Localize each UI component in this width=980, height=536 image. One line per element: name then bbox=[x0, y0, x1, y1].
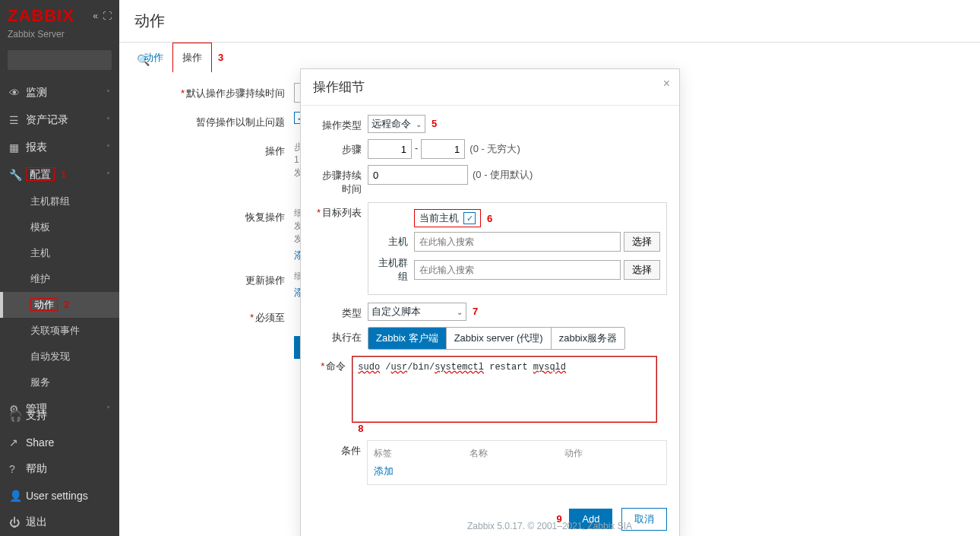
step-dur-label: 步骤持续时间 bbox=[313, 165, 368, 196]
server-name: Zabbix Server bbox=[0, 29, 119, 46]
current-host-checkbox[interactable]: ✓ bbox=[463, 212, 476, 224]
modal-title: 操作细节 × bbox=[301, 69, 679, 106]
footer: Zabbix 5.0.17. © 2001–2021, Zabbix SIA bbox=[119, 521, 980, 531]
operations-label: 操作 bbox=[134, 141, 294, 158]
cond-add-link[interactable]: 添加 bbox=[374, 465, 660, 478]
step-from-input[interactable] bbox=[368, 139, 412, 159]
must-label: *必须至 bbox=[134, 307, 294, 325]
power-icon: ⏻ bbox=[9, 516, 26, 528]
hostgroup-search-input[interactable] bbox=[414, 260, 621, 280]
page-title: 动作 bbox=[119, 0, 980, 42]
sub-templates[interactable]: 模板 bbox=[0, 214, 119, 240]
hostgroup-label: 主机群组 bbox=[375, 256, 414, 284]
sub-correlation[interactable]: 关联项事件 bbox=[0, 318, 119, 344]
condition-box: 标签 名称 动作 添加 bbox=[367, 440, 667, 485]
share-icon: ↗ bbox=[9, 436, 26, 449]
collapse-icon[interactable]: « bbox=[93, 11, 98, 21]
logo[interactable]: ZABBIX bbox=[8, 6, 93, 26]
annotation-8: 8 bbox=[358, 423, 363, 434]
wrench-icon: 🔧 bbox=[9, 169, 26, 181]
sub-hostgroups[interactable]: 主机群组 bbox=[0, 189, 119, 214]
annotation-7: 7 bbox=[473, 306, 478, 317]
logo-row: ZABBIX « ⛶ bbox=[0, 0, 119, 29]
tabs: 动作 操作 3 bbox=[119, 42, 980, 72]
restore-ops-label: 恢复操作 bbox=[134, 207, 294, 224]
nav-user-settings[interactable]: 👤User settings bbox=[0, 483, 119, 509]
cmd-textarea[interactable]: sudo /usr/bin/systemctl restart mysqld bbox=[352, 357, 656, 422]
chevron-up-icon: ˄ bbox=[106, 171, 110, 179]
chevron-down-icon: ˅ bbox=[106, 116, 110, 125]
tab-action[interactable]: 动作 bbox=[134, 43, 172, 72]
step-dur-hint: (0 - 使用默认) bbox=[468, 165, 533, 182]
seg-agent[interactable]: Zabbix 客户端 bbox=[368, 328, 446, 349]
host-select-button[interactable]: 选择 bbox=[624, 232, 660, 252]
footer-link[interactable]: Zabbix SIA bbox=[587, 521, 632, 531]
seg-proxy[interactable]: Zabbix server (代理) bbox=[446, 328, 551, 349]
step-to-input[interactable] bbox=[421, 139, 465, 159]
sub-discovery[interactable]: 自动发现 bbox=[0, 344, 119, 369]
annotation-3: 3 bbox=[218, 52, 223, 63]
chart-icon: ▦ bbox=[9, 141, 26, 154]
eye-icon: 👁 bbox=[9, 87, 26, 99]
annotation-6: 6 bbox=[487, 213, 492, 224]
target-label: *目标列表 bbox=[313, 202, 368, 220]
seg-server[interactable]: zabbix服务器 bbox=[551, 328, 625, 349]
cond-h1: 标签 bbox=[374, 447, 469, 460]
chevron-down-icon: ⌄ bbox=[452, 308, 463, 316]
exec-label: 执行在 bbox=[313, 327, 368, 344]
sub-maintenance[interactable]: 维护 bbox=[0, 266, 119, 292]
cond-h3: 动作 bbox=[564, 447, 660, 460]
hostgroup-select-button[interactable]: 选择 bbox=[624, 260, 660, 280]
host-search-input[interactable] bbox=[414, 232, 621, 252]
default-step-label: *默认操作步骤持续时间 bbox=[134, 83, 294, 100]
host-label: 主机 bbox=[375, 235, 414, 249]
type-label: 类型 bbox=[313, 303, 368, 320]
nav-share[interactable]: ↗Share bbox=[0, 430, 119, 455]
nav: 👁监测˅ ☰资产记录˅ ▦报表˅ 🔧配置1˄ 主机群组 模板 主机 维护 动作2… bbox=[0, 79, 119, 423]
op-type-label: 操作类型 bbox=[313, 115, 368, 132]
search-box[interactable]: 🔍 bbox=[8, 50, 112, 70]
config-submenu: 主机群组 模板 主机 维护 动作2 关联项事件 自动发现 服务 bbox=[0, 189, 119, 395]
cond-label: 条件 bbox=[313, 440, 367, 458]
sub-hosts[interactable]: 主机 bbox=[0, 240, 119, 266]
nav-config[interactable]: 🔧配置1˄ bbox=[0, 161, 119, 189]
tab-operation[interactable]: 操作 bbox=[172, 43, 212, 72]
fullscreen-icon[interactable]: ⛶ bbox=[103, 11, 112, 21]
target-list: 当前主机 ✓ 6 主机 选择 主机群组 选择 bbox=[368, 202, 667, 295]
user-icon: 👤 bbox=[9, 490, 26, 502]
close-icon[interactable]: × bbox=[663, 77, 670, 90]
update-ops-label: 更新操作 bbox=[134, 270, 294, 287]
nav-assets[interactable]: ☰资产记录˅ bbox=[0, 106, 119, 134]
sidebar: ZABBIX « ⛶ Zabbix Server 🔍 👁监测˅ ☰资产记录˅ ▦… bbox=[0, 0, 119, 536]
cond-h2: 名称 bbox=[469, 447, 565, 460]
chevron-down-icon: ⌄ bbox=[411, 120, 422, 128]
nav-help[interactable]: ?帮助 bbox=[0, 455, 119, 483]
help-icon: ? bbox=[9, 463, 26, 475]
step-hint: (0 - 无穷大) bbox=[465, 139, 520, 156]
step-dur-input[interactable] bbox=[368, 165, 468, 185]
pause-label: 暂停操作以制止问题 bbox=[134, 112, 294, 129]
annotation-5: 5 bbox=[432, 118, 437, 129]
sub-actions[interactable]: 动作2 bbox=[0, 292, 119, 318]
cmd-label: *命令 bbox=[313, 356, 352, 373]
operation-detail-modal: 操作细节 × 操作类型 远程命令⌄ 5 步骤 - (0 - 无穷大) 步骤持续时… bbox=[300, 68, 680, 536]
bottom-nav: 🎧支持 ↗Share ?帮助 👤User settings ⏻退出 bbox=[0, 402, 119, 536]
search-input[interactable] bbox=[8, 55, 131, 65]
chevron-down-icon: ˅ bbox=[106, 144, 110, 152]
nav-logout[interactable]: ⏻退出 bbox=[0, 509, 119, 536]
step-label: 步骤 bbox=[313, 139, 368, 157]
headset-icon: 🎧 bbox=[9, 410, 26, 422]
type-select[interactable]: 自定义脚本⌄ bbox=[368, 303, 466, 321]
nav-support[interactable]: 🎧支持 bbox=[0, 402, 119, 430]
chevron-down-icon: ˅ bbox=[106, 89, 110, 97]
op-type-select[interactable]: 远程命令⌄ bbox=[368, 115, 425, 133]
exec-segment: Zabbix 客户端 Zabbix server (代理) zabbix服务器 bbox=[368, 327, 625, 350]
current-host-check[interactable]: 当前主机 ✓ bbox=[414, 209, 481, 227]
sub-services[interactable]: 服务 bbox=[0, 369, 119, 395]
nav-monitor[interactable]: 👁监测˅ bbox=[0, 79, 119, 106]
list-icon: ☰ bbox=[9, 114, 26, 126]
nav-reports[interactable]: ▦报表˅ bbox=[0, 134, 119, 161]
